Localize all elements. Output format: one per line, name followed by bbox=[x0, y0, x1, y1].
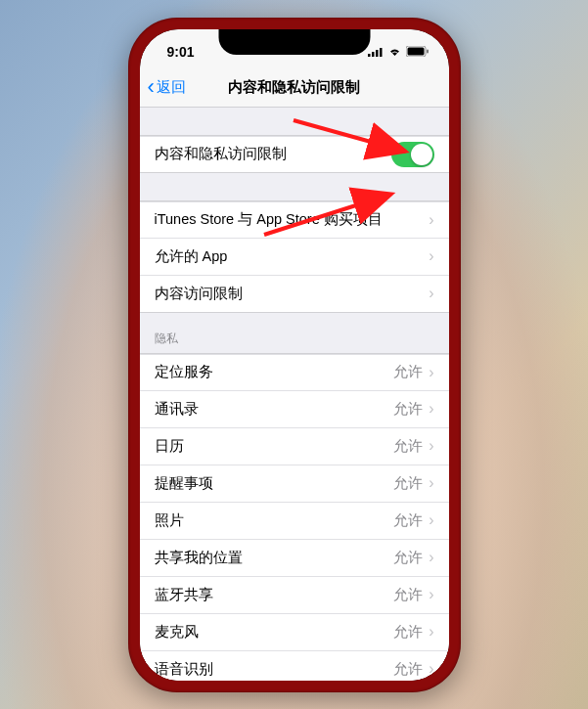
speech-recognition-row[interactable]: 语音识别 允许 › bbox=[140, 651, 449, 681]
content-area: 内容和隐私访问限制 iTunes Store 与 App Store 购买项目 … bbox=[140, 108, 449, 681]
row-label: 共享我的位置 bbox=[155, 549, 394, 567]
chevron-right-icon: › bbox=[429, 400, 433, 418]
chevron-right-icon: › bbox=[429, 247, 433, 265]
svg-rect-6 bbox=[427, 50, 429, 54]
row-label: 提醒事项 bbox=[155, 474, 394, 493]
notch bbox=[218, 29, 370, 55]
row-label: 通讯录 bbox=[155, 400, 394, 419]
chevron-right-icon: › bbox=[429, 586, 433, 603]
toggle-group: 内容和隐私访问限制 bbox=[140, 135, 449, 173]
status-icons bbox=[368, 46, 430, 57]
row-label: 内容和隐私访问限制 bbox=[155, 145, 391, 163]
row-value: 允许 bbox=[393, 549, 423, 567]
row-value: 允许 bbox=[393, 437, 423, 456]
chevron-right-icon: › bbox=[429, 285, 433, 302]
calendars-row[interactable]: 日历 允许 › bbox=[140, 428, 449, 465]
screen: 9:01 ‹ 返回 内容和隐私访 bbox=[140, 29, 449, 681]
status-time: 9:01 bbox=[167, 44, 195, 60]
content-restrictions-row[interactable]: 内容访问限制 › bbox=[140, 276, 449, 313]
chevron-right-icon: › bbox=[429, 660, 433, 678]
chevron-right-icon: › bbox=[429, 623, 433, 641]
chevron-right-icon: › bbox=[429, 211, 433, 229]
page-title: 内容和隐私访问限制 bbox=[228, 78, 360, 97]
chevron-right-icon: › bbox=[429, 511, 433, 529]
row-value: 允许 bbox=[393, 474, 423, 493]
signal-icon bbox=[368, 47, 384, 57]
chevron-right-icon: › bbox=[429, 474, 433, 492]
content-group: iTunes Store 与 App Store 购买项目 › 允许的 App … bbox=[140, 200, 449, 313]
privacy-section-header: 隐私 bbox=[140, 313, 449, 353]
row-label: iTunes Store 与 App Store 购买项目 bbox=[155, 210, 430, 229]
row-label: 蓝牙共享 bbox=[155, 586, 394, 604]
toggle-knob bbox=[411, 144, 432, 165]
row-value: 允许 bbox=[393, 660, 423, 679]
row-label: 麦克风 bbox=[155, 623, 394, 642]
row-value: 允许 bbox=[393, 623, 423, 642]
row-label: 允许的 App bbox=[155, 247, 430, 266]
row-value: 允许 bbox=[393, 586, 423, 604]
content-privacy-restrictions-toggle-row[interactable]: 内容和隐私访问限制 bbox=[140, 136, 449, 173]
svg-rect-3 bbox=[380, 48, 383, 57]
wifi-icon bbox=[387, 47, 402, 57]
svg-rect-2 bbox=[376, 50, 379, 57]
toggle-switch[interactable] bbox=[391, 142, 434, 167]
allowed-apps-row[interactable]: 允许的 App › bbox=[140, 239, 449, 276]
photos-row[interactable]: 照片 允许 › bbox=[140, 503, 449, 540]
chevron-right-icon: › bbox=[429, 364, 433, 381]
reminders-row[interactable]: 提醒事项 允许 › bbox=[140, 465, 449, 503]
chevron-left-icon: ‹ bbox=[148, 74, 155, 100]
row-label: 定位服务 bbox=[155, 363, 394, 381]
nav-bar: ‹ 返回 内容和隐私访问限制 bbox=[140, 68, 449, 108]
microphone-row[interactable]: 麦克风 允许 › bbox=[140, 614, 449, 651]
chevron-right-icon: › bbox=[429, 549, 433, 566]
itunes-app-store-purchases-row[interactable]: iTunes Store 与 App Store 购买项目 › bbox=[140, 201, 449, 239]
row-value: 允许 bbox=[393, 400, 423, 419]
row-label: 日历 bbox=[155, 437, 394, 456]
back-label: 返回 bbox=[157, 78, 186, 97]
row-label: 内容访问限制 bbox=[155, 285, 430, 303]
location-services-row[interactable]: 定位服务 允许 › bbox=[140, 354, 449, 391]
row-value: 允许 bbox=[393, 511, 423, 530]
chevron-right-icon: › bbox=[429, 437, 433, 455]
bluetooth-sharing-row[interactable]: 蓝牙共享 允许 › bbox=[140, 577, 449, 614]
row-label: 语音识别 bbox=[155, 660, 394, 679]
back-button[interactable]: ‹ 返回 bbox=[140, 74, 186, 100]
svg-rect-0 bbox=[368, 54, 371, 57]
phone-frame: 9:01 ‹ 返回 内容和隐私访 bbox=[128, 18, 461, 692]
row-label: 照片 bbox=[155, 511, 394, 530]
row-value: 允许 bbox=[393, 363, 423, 381]
contacts-row[interactable]: 通讯录 允许 › bbox=[140, 391, 449, 428]
privacy-group: 定位服务 允许 › 通讯录 允许 › 日历 允许 › bbox=[140, 353, 449, 681]
svg-rect-5 bbox=[407, 48, 424, 56]
share-my-location-row[interactable]: 共享我的位置 允许 › bbox=[140, 540, 449, 577]
battery-icon bbox=[406, 46, 430, 57]
svg-rect-1 bbox=[372, 52, 375, 57]
